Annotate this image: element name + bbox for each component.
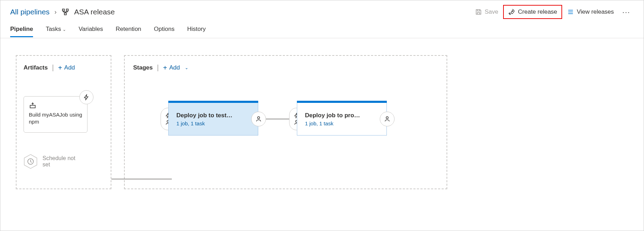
tab-variables[interactable]: Variables	[79, 21, 103, 37]
tab-options[interactable]: Options	[154, 21, 175, 37]
tab-bar: Pipeline Tasks⌄ Variables Retention Opti…	[0, 20, 644, 38]
divider: |	[157, 64, 159, 72]
clock-hex-icon	[24, 154, 38, 169]
stage-jobs-link[interactable]: 1 job, 1 task	[176, 120, 250, 126]
stages-panel: Stages | + Add ⌄ Deploy job to test… 1 j…	[124, 55, 447, 189]
save-label: Save	[485, 8, 499, 15]
artifact-card[interactable]: Build myASAJob using npm	[24, 96, 87, 133]
rocket-icon	[508, 8, 515, 15]
svg-rect-0	[63, 9, 65, 11]
tab-tasks[interactable]: Tasks⌄	[46, 21, 66, 37]
view-releases-label: View releases	[577, 8, 614, 15]
artifact-stage-connector	[111, 179, 172, 179]
svg-point-16	[258, 117, 260, 119]
build-source-icon	[29, 101, 82, 109]
add-artifact-label: Add	[64, 64, 75, 71]
artifacts-panel: Artifacts | + Add Build myASAJob using n…	[16, 55, 111, 189]
stage-title: Deploy job to test…	[176, 112, 250, 119]
tab-tasks-label: Tasks	[46, 26, 61, 32]
chevron-down-icon: ⌄	[63, 27, 66, 32]
artifact-title: Build myASAJob using npm	[29, 111, 82, 126]
stages-heading: Stages	[133, 64, 153, 71]
create-release-button[interactable]: Create release	[503, 5, 562, 19]
svg-point-18	[386, 117, 388, 119]
stage-title: Deploy job to pro…	[305, 112, 379, 119]
plus-icon: +	[58, 64, 62, 71]
svg-rect-2	[64, 13, 66, 15]
stage-card-test[interactable]: Deploy job to test… 1 job, 1 task	[168, 103, 258, 136]
save-icon	[475, 8, 482, 15]
stage-postdeploy-conditions[interactable]	[251, 112, 266, 126]
svg-rect-10	[30, 105, 35, 108]
tab-history[interactable]: History	[187, 21, 206, 37]
stage-postdeploy-conditions[interactable]	[380, 112, 395, 126]
list-icon	[567, 8, 574, 15]
add-stage-label: Add	[169, 64, 180, 71]
divider: |	[52, 64, 54, 72]
save-button: Save	[471, 5, 503, 19]
page-title: ASA release	[74, 8, 115, 16]
schedule-status[interactable]: Schedule not set	[24, 154, 104, 169]
artifacts-heading: Artifacts	[24, 64, 48, 71]
add-artifact-button[interactable]: + Add	[58, 64, 75, 71]
svg-rect-1	[66, 9, 69, 11]
artifact-trigger-button[interactable]	[79, 90, 93, 104]
breadcrumb-root[interactable]: All pipelines	[10, 8, 50, 16]
breadcrumb: All pipelines › ASA release	[10, 8, 115, 16]
tab-pipeline[interactable]: Pipeline	[10, 21, 33, 37]
view-releases-button[interactable]: View releases	[563, 5, 618, 19]
schedule-label: Schedule not set	[43, 155, 81, 168]
chevron-right-icon: ›	[54, 8, 57, 16]
stage-card-prod[interactable]: Deploy job to pro… 1 job, 1 task	[297, 103, 387, 136]
chevron-down-icon: ⌄	[185, 65, 188, 70]
stage-jobs-link[interactable]: 1 job, 1 task	[305, 120, 379, 126]
create-release-label: Create release	[518, 8, 557, 15]
add-stage-button[interactable]: + Add ⌄	[163, 64, 188, 71]
plus-icon: +	[163, 64, 167, 71]
more-menu[interactable]: ···	[619, 8, 634, 16]
pipeline-icon	[61, 8, 69, 16]
tab-retention[interactable]: Retention	[116, 21, 141, 37]
